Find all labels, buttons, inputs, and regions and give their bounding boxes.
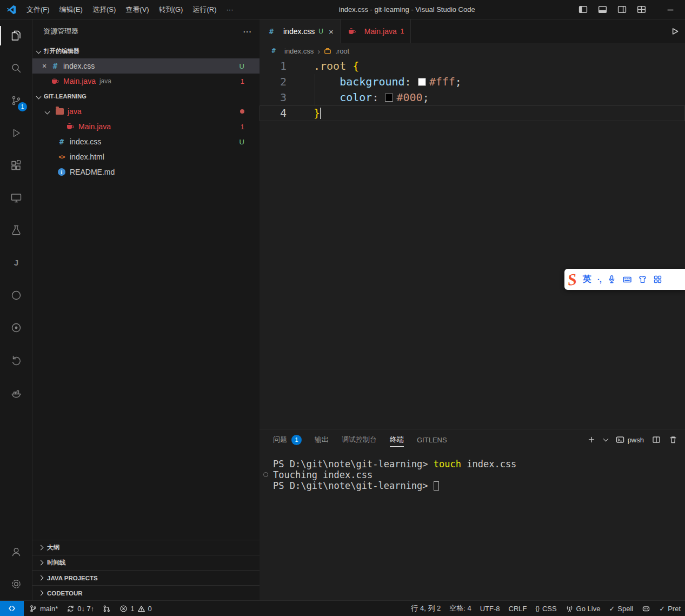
code-line[interactable]: 1.root { bbox=[260, 58, 685, 74]
breadcrumb-file[interactable]: index.css bbox=[284, 47, 314, 55]
customize-layout-icon[interactable] bbox=[634, 3, 648, 17]
toggle-panel-icon[interactable] bbox=[595, 3, 609, 17]
split-terminal-icon[interactable] bbox=[652, 435, 661, 444]
eol-setting[interactable]: CRLF bbox=[504, 601, 531, 616]
curved-arrow-icon[interactable] bbox=[0, 344, 32, 376]
encoding-setting[interactable]: UTF-8 bbox=[476, 601, 504, 616]
problem-count-badge: 1 bbox=[241, 77, 244, 85]
circle-icon[interactable] bbox=[0, 279, 32, 312]
line-number: 3 bbox=[260, 90, 298, 105]
code-line[interactable]: 2 background: #fff; bbox=[260, 74, 685, 90]
chevron-right-icon bbox=[38, 560, 44, 566]
menu-run[interactable]: 运行(R) bbox=[188, 3, 221, 17]
beaker-icon[interactable] bbox=[0, 214, 32, 247]
keyboard-icon[interactable] bbox=[622, 275, 632, 284]
ime-toolbar: S 英 ·, bbox=[564, 269, 685, 290]
menu-view[interactable]: 查看(V) bbox=[121, 3, 154, 17]
ship-icon[interactable] bbox=[0, 376, 32, 409]
tree-item-readme[interactable]: i README.md bbox=[32, 164, 260, 180]
run-debug-icon[interactable] bbox=[0, 117, 32, 149]
section-label: 大纲 bbox=[47, 544, 59, 552]
terminal-content[interactable]: PS D:\git\note\git-learning> touch index… bbox=[260, 450, 685, 491]
target-icon[interactable] bbox=[0, 312, 32, 344]
letter-j-icon[interactable]: J bbox=[0, 247, 32, 279]
tab-indexcss[interactable]: # index.css U × bbox=[260, 19, 341, 43]
tree-item-java-folder[interactable]: java bbox=[32, 104, 260, 119]
copilot-icon[interactable] bbox=[637, 601, 655, 616]
code-line[interactable]: 3 color: #000; bbox=[260, 90, 685, 105]
sogou-logo-icon[interactable]: S bbox=[567, 271, 577, 288]
menu-more-icon[interactable]: ··· bbox=[221, 3, 238, 16]
tree-item-mainjava[interactable]: Main.java 1 bbox=[32, 119, 260, 134]
views-more-icon[interactable]: ··· bbox=[243, 28, 252, 36]
chevron-down-icon[interactable] bbox=[603, 436, 608, 442]
explorer-files-icon[interactable] bbox=[0, 19, 32, 52]
source-control-icon[interactable]: 1 bbox=[0, 84, 32, 117]
punctuation-icon[interactable]: ·, bbox=[597, 275, 601, 284]
broadcast-icon bbox=[566, 605, 574, 613]
command-decoration-icon[interactable] bbox=[263, 472, 268, 477]
tab-gitlens[interactable]: GITLENS bbox=[417, 429, 447, 450]
language-mode[interactable]: {} CSS bbox=[531, 601, 561, 616]
tab-output[interactable]: 输出 bbox=[315, 429, 329, 450]
breadcrumb-symbol[interactable]: .root bbox=[335, 47, 349, 55]
menu-go[interactable]: 转到(G) bbox=[154, 3, 188, 17]
indentation-setting[interactable]: 空格: 4 bbox=[445, 601, 475, 616]
error-dot-badge bbox=[240, 109, 244, 114]
cursor-position[interactable]: 行 4, 列 2 bbox=[407, 601, 445, 616]
open-editor-item-mainjava[interactable]: Main.java java 1 bbox=[32, 74, 260, 89]
code-editor[interactable]: 1.root {2 background: #fff;3 color: #000… bbox=[260, 58, 685, 429]
code-line[interactable]: 4} bbox=[260, 105, 685, 121]
close-icon[interactable]: × bbox=[39, 62, 50, 70]
mic-icon[interactable] bbox=[607, 275, 616, 284]
terminal-instance-pwsh[interactable]: pwsh bbox=[616, 435, 644, 444]
menu-edit[interactable]: 编辑(E) bbox=[55, 3, 88, 17]
problem-count-badge: 1 bbox=[401, 28, 404, 35]
problems-status[interactable]: 1 0 bbox=[115, 601, 156, 616]
activity-bar: 1 J bbox=[0, 19, 32, 600]
prettier-status[interactable]: ✓ Pret bbox=[655, 601, 685, 616]
line-number: 4 bbox=[260, 105, 298, 121]
tab-problems[interactable]: 问题 1 bbox=[273, 429, 302, 450]
codetour-section-header[interactable]: CODETOUR bbox=[32, 585, 260, 600]
git-status-untracked: U bbox=[240, 62, 244, 70]
toolbox-grid-icon[interactable] bbox=[653, 275, 662, 284]
settings-gear-icon[interactable] bbox=[0, 568, 32, 600]
menu-file[interactable]: 文件(F) bbox=[22, 3, 55, 17]
git-branch-status[interactable]: main* bbox=[25, 601, 62, 616]
minimize-icon[interactable] bbox=[663, 3, 677, 17]
tree-item-indexhtml[interactable]: <> index.html bbox=[32, 149, 260, 164]
outline-section-header[interactable]: 大纲 bbox=[32, 540, 260, 555]
new-terminal-icon[interactable] bbox=[587, 435, 596, 444]
skin-shirt-icon[interactable] bbox=[638, 275, 647, 284]
account-icon[interactable] bbox=[0, 535, 32, 568]
kill-terminal-trash-icon[interactable] bbox=[669, 435, 677, 444]
open-editors-header[interactable]: 打开的编辑器 bbox=[32, 43, 260, 58]
tab-terminal[interactable]: 终端 bbox=[390, 429, 404, 450]
java-file-icon bbox=[50, 78, 61, 84]
git-graph-icon[interactable] bbox=[98, 601, 115, 616]
remote-indicator[interactable] bbox=[0, 601, 24, 616]
go-live-button[interactable]: Go Live bbox=[561, 601, 605, 616]
tab-mainjava[interactable]: Main.java 1 bbox=[341, 19, 411, 43]
color-swatch[interactable] bbox=[385, 94, 393, 102]
remote-explorer-icon[interactable] bbox=[0, 182, 32, 214]
open-editor-item-indexcss[interactable]: × # index.css U bbox=[32, 58, 260, 74]
extensions-icon[interactable] bbox=[0, 149, 32, 182]
close-icon[interactable]: × bbox=[329, 27, 334, 36]
toggle-secondary-sidebar-icon[interactable] bbox=[615, 3, 629, 17]
menu-selection[interactable]: 选择(S) bbox=[88, 3, 121, 17]
timeline-section-header[interactable]: 时间线 bbox=[32, 555, 260, 570]
java-projects-section-header[interactable]: JAVA PROJECTS bbox=[32, 570, 260, 585]
workspace-header[interactable]: GIT-LEARNING bbox=[32, 89, 260, 104]
chevron-right-icon bbox=[38, 591, 44, 596]
toggle-sidebar-icon[interactable] bbox=[576, 3, 590, 17]
search-icon[interactable] bbox=[0, 52, 32, 84]
tab-debug-console[interactable]: 调试控制台 bbox=[342, 429, 377, 450]
git-sync-status[interactable]: 0↓ 7↑ bbox=[62, 601, 98, 616]
ime-language-toggle[interactable]: 英 bbox=[583, 274, 591, 285]
color-swatch[interactable] bbox=[418, 78, 426, 86]
tree-item-indexcss[interactable]: # index.css U bbox=[32, 134, 260, 149]
run-file-icon[interactable] bbox=[670, 27, 680, 36]
spell-checker-status[interactable]: ✓ Spell bbox=[604, 601, 637, 616]
